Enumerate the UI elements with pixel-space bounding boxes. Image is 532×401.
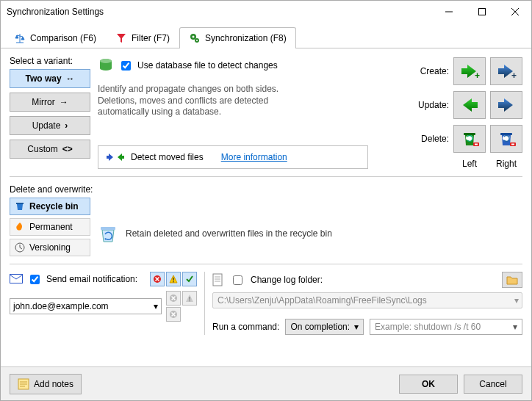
log-file-icon <box>212 273 224 286</box>
chevron-right-icon: › <box>65 120 68 131</box>
flame-icon <box>15 222 25 232</box>
notes-icon <box>18 378 29 390</box>
delete-option-label: Recycle bin <box>29 201 79 212</box>
svg-text:+: + <box>511 71 517 80</box>
database-icon <box>98 57 114 73</box>
svg-rect-15 <box>475 144 478 145</box>
create-right-button[interactable]: + <box>490 57 522 85</box>
tab-comparison[interactable]: Comparison (F6) <box>4 27 106 48</box>
notify-error-disabled[interactable] <box>166 291 181 306</box>
variant-update[interactable]: Update › <box>10 116 90 135</box>
tab-strip: Comparison (F6) Filter (F7) Synchronizat… <box>1 23 531 48</box>
code-icon: <> <box>62 144 73 154</box>
run-command-label: Run a command: <box>212 322 279 332</box>
titlebar: Synchronization Settings <box>1 1 531 23</box>
db-section: Use database file to detect changes Iden… <box>98 56 368 169</box>
use-database-checkbox[interactable] <box>121 61 131 71</box>
add-notes-label: Add notes <box>34 379 73 389</box>
notify-warning-disabled[interactable] <box>182 291 197 306</box>
delete-permanent[interactable]: Permanent <box>10 218 90 236</box>
browse-log-folder-button[interactable] <box>502 272 522 288</box>
svg-rect-12 <box>464 133 475 135</box>
right-label: Right <box>490 159 522 169</box>
delete-label: Delete: <box>412 134 449 144</box>
run-command-when-combo[interactable]: On completion: ▾ <box>285 319 364 335</box>
email-address-value: john.doe@example.com <box>13 301 109 311</box>
tab-label: Comparison (F6) <box>30 33 96 43</box>
left-label: Left <box>453 159 486 169</box>
update-left-button[interactable] <box>453 91 486 119</box>
delete-description-area: Retain deleted and overwritten files in … <box>98 198 332 256</box>
two-way-arrow-icon: ↔ <box>66 73 75 84</box>
cancel-button[interactable]: Cancel <box>464 375 522 394</box>
update-right-button[interactable] <box>490 91 522 119</box>
tab-filter[interactable]: Filter (F7) <box>106 27 179 48</box>
create-label: Create: <box>412 66 449 76</box>
variant-custom[interactable]: Custom <> <box>10 140 90 159</box>
delete-left-button[interactable] <box>453 125 486 153</box>
recycle-bin-icon <box>98 223 118 244</box>
funnel-icon <box>115 32 127 44</box>
delete-versioning[interactable]: Versioning <box>10 239 90 256</box>
right-arrow-icon: → <box>60 97 68 107</box>
svg-rect-28 <box>189 297 190 300</box>
svg-point-5 <box>193 36 195 38</box>
log-path-combo[interactable]: C:\Users\Zenju\AppData\Roaming\FreeFileS… <box>212 292 522 308</box>
variant-description: Identify and propagate changes on both s… <box>98 84 303 118</box>
more-information-link[interactable]: More information <box>221 152 287 162</box>
maximize-button[interactable] <box>465 1 498 23</box>
add-notes-button[interactable]: Add notes <box>10 374 82 394</box>
use-database-label: Use database file to detect changes <box>137 60 278 71</box>
variant-label: Custom <box>27 144 57 154</box>
log-path-value: C:\Users\Zenju\AppData\Roaming\FreeFileS… <box>218 295 427 306</box>
ok-button[interactable]: OK <box>399 375 458 394</box>
notify-warning-button[interactable] <box>166 272 181 286</box>
svg-rect-1 <box>478 9 485 15</box>
variant-label: Update <box>32 120 61 131</box>
minimize-button[interactable] <box>432 1 465 23</box>
notify-error-disabled-2[interactable] <box>166 307 181 322</box>
chevron-down-icon: ▾ <box>154 301 158 311</box>
clock-icon <box>15 242 25 253</box>
delete-overwrite-header: Delete and overwrite: <box>10 184 522 195</box>
scales-icon <box>14 32 26 44</box>
delete-recycle-bin[interactable]: Recycle bin <box>10 198 90 215</box>
content: Select a variant: Two way ↔ Mirror → Upd… <box>1 48 531 366</box>
svg-point-9 <box>100 59 112 63</box>
window-title: Synchronization Settings <box>7 7 432 17</box>
svg-rect-29 <box>189 300 190 301</box>
chevron-down-icon: ▾ <box>514 295 519 306</box>
variant-header: Select a variant: <box>10 56 90 66</box>
recycle-bin-small-icon <box>15 201 25 212</box>
variant-two-way[interactable]: Two way ↔ <box>10 69 90 88</box>
variant-label: Two way <box>25 73 61 84</box>
tab-synchronization[interactable]: Synchronization (F8) <box>179 27 296 48</box>
svg-rect-20 <box>16 203 24 204</box>
send-email-checkbox[interactable] <box>30 275 40 284</box>
log-section: Change log folder: C:\Users\Zenju\AppDat… <box>212 272 522 335</box>
svg-rect-19 <box>511 144 514 145</box>
notify-error-button[interactable] <box>150 272 165 286</box>
close-button[interactable] <box>498 1 531 23</box>
arrows-pair-icon <box>106 152 125 162</box>
run-command-placeholder: Example: shutdown /s /t 60 <box>375 322 481 332</box>
change-log-folder-checkbox[interactable] <box>233 275 242 285</box>
email-address-combo[interactable]: john.doe@example.com ▾ <box>10 298 162 314</box>
variant-mirror[interactable]: Mirror → <box>10 93 90 112</box>
svg-rect-26 <box>173 281 173 282</box>
svg-rect-22 <box>101 227 115 230</box>
create-left-button[interactable]: + <box>453 57 486 85</box>
chevron-down-icon: ▾ <box>513 322 517 332</box>
chevron-down-icon: ▾ <box>354 322 359 332</box>
detect-moved-box: Detect moved files More information <box>98 145 368 169</box>
gears-icon <box>189 32 201 44</box>
footer: Add notes OK Cancel <box>1 366 531 400</box>
delete-description: Retain deleted and overwritten files in … <box>126 228 332 239</box>
notify-success-button[interactable] <box>182 272 197 286</box>
delete-right-button[interactable] <box>490 125 522 153</box>
svg-rect-25 <box>173 278 173 281</box>
tab-label: Filter (F7) <box>132 33 170 43</box>
run-command-text-combo[interactable]: Example: shutdown /s /t 60 ▾ <box>370 319 522 335</box>
ok-label: OK <box>422 379 435 389</box>
svg-text:+: + <box>475 71 480 80</box>
